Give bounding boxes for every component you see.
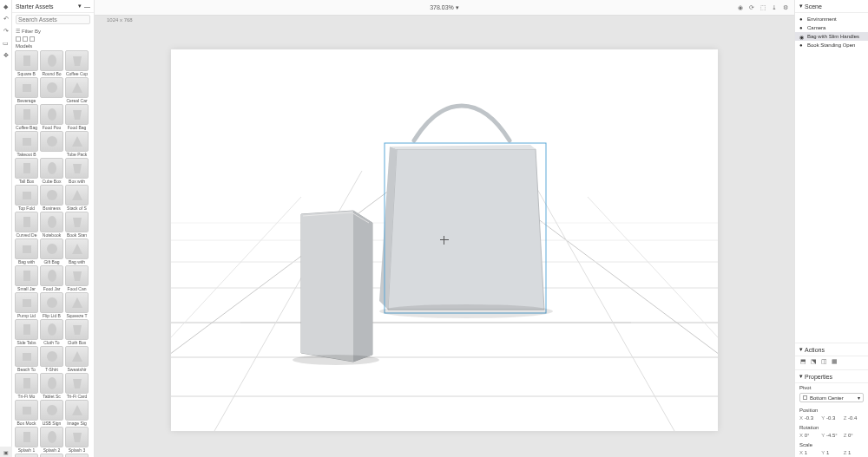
asset-item[interactable]: Pump Lid	[15, 292, 38, 318]
camera-icon[interactable]: ⬚	[760, 4, 766, 11]
asset-item[interactable]: Sphere	[15, 454, 38, 457]
filter-icon[interactable]: ☰	[16, 28, 20, 34]
render-icon[interactable]: ◉	[737, 4, 744, 11]
svg-marker-29	[72, 351, 82, 362]
asset-item[interactable]: Top Fold	[15, 185, 38, 211]
svg-marker-4	[72, 82, 82, 93]
asset-item[interactable]: Tri-Fi Mo	[15, 373, 38, 399]
asset-item[interactable]: Food Bag	[65, 104, 89, 130]
asset-item[interactable]: Splash 2	[40, 427, 63, 453]
asset-item[interactable]: Cloth Box	[65, 319, 89, 345]
asset-item[interactable]: Splash 3	[65, 427, 89, 453]
svg-marker-19	[72, 244, 82, 254]
undo-icon[interactable]: ↶	[3, 16, 10, 23]
asset-item[interactable]: Food Pou	[40, 104, 63, 130]
search-input[interactable]	[16, 15, 90, 24]
asset-item[interactable]	[40, 131, 63, 157]
svg-rect-30	[23, 378, 30, 388]
asset-item[interactable]: Squeeze T	[65, 292, 89, 318]
detail-view-icon[interactable]	[30, 36, 35, 42]
scene-item[interactable]: ◉Bag with Slim Handles	[795, 32, 868, 41]
asset-item[interactable]: Tri-Fi Card	[65, 373, 89, 399]
svg-rect-27	[23, 353, 31, 361]
svg-rect-0	[23, 55, 30, 66]
export-icon[interactable]: ⤓	[771, 4, 778, 11]
grid-view-icon[interactable]	[16, 36, 21, 42]
list-view-icon[interactable]	[23, 36, 28, 42]
asset-item[interactable]: Beverage	[15, 77, 38, 103]
pivot-select[interactable]: Bottom Center▾	[799, 393, 864, 402]
asset-item[interactable]: Gift Bag	[40, 238, 63, 264]
action-icon-4[interactable]: ▦	[831, 358, 838, 365]
scene-item[interactable]: ●Environment	[795, 15, 868, 23]
asset-item[interactable]: Coffee Cup	[65, 50, 89, 76]
asset-item[interactable]: Image Sig	[65, 400, 89, 426]
asset-item[interactable]: Splash 1	[15, 427, 38, 453]
svg-point-23	[47, 297, 57, 308]
asset-item[interactable]: Bag with	[15, 238, 38, 264]
refresh-icon[interactable]: ⟳	[748, 4, 755, 11]
asset-item[interactable]: Cereal Car	[65, 77, 89, 103]
asset-item[interactable]: Hollow S	[40, 454, 63, 457]
asset-item[interactable]: Cube	[65, 454, 89, 457]
asset-item[interactable]: Curved De	[15, 212, 38, 238]
book-object	[293, 211, 379, 365]
scene-item[interactable]: ●Book Standing Open	[795, 41, 868, 49]
svg-marker-14	[72, 190, 82, 200]
asset-item[interactable]: Tube Pack	[65, 131, 89, 157]
svg-rect-25	[23, 324, 30, 335]
svg-point-13	[47, 190, 57, 200]
asset-item[interactable]: Takeout B	[15, 131, 38, 157]
chevron-down-icon[interactable]: ▾	[799, 346, 803, 353]
asset-item[interactable]: Flip Lid B	[40, 292, 63, 318]
asset-item[interactable]: Sweatshir	[65, 346, 89, 372]
pointer-icon[interactable]: ▭	[3, 40, 10, 47]
right-panels: ▾Scene ●Environment●Camera◉Bag with Slim…	[794, 0, 868, 457]
asset-item[interactable]: Notebook	[40, 212, 63, 238]
asset-item[interactable]: Stack of S	[65, 185, 89, 211]
asset-item[interactable]: Cube Box	[40, 158, 63, 184]
tool-strip: ◆ ↶ ↷ ▭ ✥	[0, 0, 12, 457]
hand-icon[interactable]: ✥	[3, 52, 10, 59]
settings-icon[interactable]: ⚙	[782, 4, 789, 11]
status-icon[interactable]: ▣	[0, 447, 12, 457]
canvas[interactable]	[171, 49, 718, 431]
asset-item[interactable]: Coffee Bag	[15, 104, 38, 130]
asset-item[interactable]: Bag with	[65, 238, 89, 264]
asset-item[interactable]: Square B	[15, 50, 38, 76]
action-icon-2[interactable]: ⬔	[810, 358, 817, 365]
asset-item[interactable]: Beach To	[15, 346, 38, 372]
asset-item[interactable]: Box Mock	[15, 400, 38, 426]
asset-item[interactable]: Box with	[65, 158, 89, 184]
asset-item[interactable]: Round Bo	[40, 50, 63, 76]
zoom-control[interactable]: 378.03%▾	[430, 4, 459, 11]
canvas-dimensions: 1024 x 768	[95, 16, 794, 23]
scene-item[interactable]: ●Camera	[795, 23, 868, 32]
asset-item[interactable]: Business	[40, 185, 63, 211]
asset-item[interactable]	[40, 77, 63, 103]
redo-icon[interactable]: ↷	[3, 28, 10, 35]
asset-item[interactable]: T-Shirt	[40, 346, 63, 372]
asset-item[interactable]: Side Tabs	[15, 319, 38, 345]
dropdown-icon[interactable]: ▾	[78, 3, 82, 10]
svg-rect-7	[23, 138, 31, 146]
asset-item[interactable]: Cloth To	[40, 319, 63, 345]
asset-item[interactable]: Food Can	[65, 265, 89, 291]
action-icon-1[interactable]: ⬒	[799, 358, 806, 365]
home-icon[interactable]: ◆	[3, 3, 10, 10]
svg-point-6	[48, 108, 56, 121]
asset-item[interactable]: Tall Box	[15, 158, 38, 184]
asset-item[interactable]: USB Sign	[40, 400, 63, 426]
asset-item[interactable]: Food Jar	[40, 265, 63, 291]
svg-rect-32	[23, 407, 31, 415]
bag-object	[379, 106, 546, 313]
asset-item[interactable]: Small Jar	[15, 265, 38, 291]
minimize-icon[interactable]: —	[84, 3, 90, 10]
chevron-down-icon[interactable]: ▾	[799, 3, 803, 10]
action-icon-3[interactable]: ◫	[820, 358, 827, 365]
asset-item[interactable]: Tablet Sc	[40, 373, 63, 399]
svg-rect-17	[23, 245, 31, 253]
chevron-down-icon[interactable]: ▾	[799, 373, 803, 380]
asset-item[interactable]: Book Stan	[65, 212, 89, 238]
svg-rect-5	[23, 109, 30, 120]
